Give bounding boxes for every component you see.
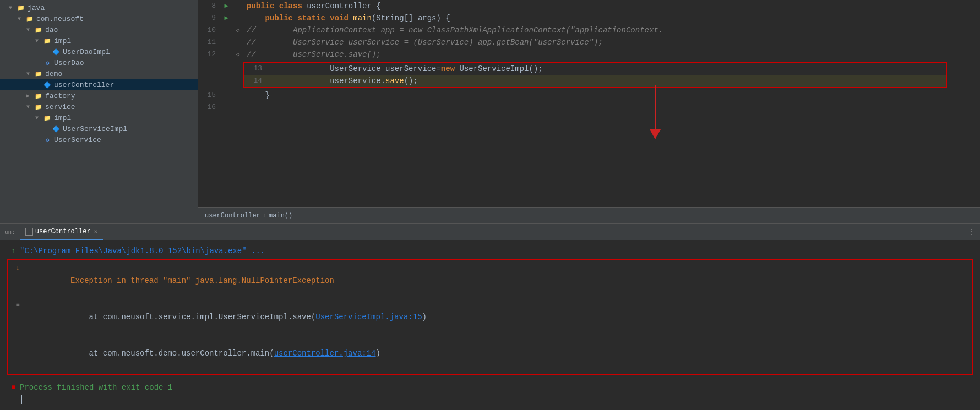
class-icon: 🔷 [43, 80, 52, 89]
red-stop-icon: ■ [7, 381, 20, 393]
code-content: // ApplicationContext app = new ClassPat… [243, 24, 980, 36]
folder-icon: 📁 [43, 113, 52, 122]
arrow-icon [26, 104, 34, 110]
sidebar-item-factory[interactable]: 📁 factory [0, 90, 198, 101]
code-content [243, 101, 980, 113]
highlight-box: 13 UserService userService=new UserServi… [243, 62, 947, 88]
run-area [220, 48, 232, 61]
code-content: public static void main(String[] args) { [243, 12, 980, 24]
error-box: ↓ Exception in thread "main" java.lang.N… [7, 259, 973, 375]
line-number: 8 [198, 0, 220, 12]
line-number: 11 [198, 36, 220, 48]
breakpoint-area: ◇ [232, 24, 243, 36]
code-line-13: 13 UserService userService=new UserServi… [244, 63, 946, 75]
sidebar-item-dao-impl[interactable]: 📁 impl [0, 35, 198, 46]
console-line-exception: ↓ Exception in thread "main" java.lang.N… [11, 263, 969, 299]
bottom-tabs: un: userController ✕ ⋮ [0, 224, 980, 240]
tab-usercontroller[interactable]: userController ✕ [20, 224, 103, 240]
sidebar-item-label: com.neusoft [36, 15, 84, 23]
code-content: // UserService userService = (UserServic… [243, 36, 980, 48]
up-arrow-icon: ↑ [7, 245, 20, 257]
editor-area: 8 ▶ public class userController { 9 ▶ pu… [198, 0, 980, 207]
arrow-icon [9, 5, 17, 11]
console-line-path: ↑ "C:\Program Files\Java\jdk1.8.0_152\bi… [7, 245, 973, 257]
code-line-12: 12 ◇ // userService.save(); [198, 48, 980, 61]
tab-icon [25, 228, 33, 236]
code-content: // userService.save(); [243, 48, 980, 61]
code-line-15: 15 } [198, 89, 980, 101]
link-usercontroller[interactable]: userController.java:14 [274, 349, 376, 358]
sidebar-item-usercontroller[interactable]: 🔷 userController [0, 79, 198, 90]
interface-icon: ⚙ [43, 58, 52, 67]
breakpoint-area [232, 0, 243, 12]
tab-label-text: userController [35, 228, 91, 236]
breadcrumb-sep: › [263, 212, 266, 220]
code-line-16: 16 [198, 101, 980, 113]
sidebar-item-userdao[interactable]: ⚙ UserDao [0, 57, 198, 68]
run-area [220, 89, 232, 101]
tab-close-button[interactable]: ✕ [94, 228, 98, 235]
console-cursor-line [7, 393, 973, 406]
folder-icon: 📁 [34, 69, 43, 78]
console-path-text: "C:\Program Files\Java\jdk1.8.0_152\bin\… [20, 245, 973, 257]
console-stacktrace2-text: at com.neusoft.demo.userController.main(… [24, 335, 969, 371]
sidebar-item-demo[interactable]: 📁 demo [0, 68, 198, 79]
folder-icon: 📁 [34, 25, 43, 34]
folder-icon: 📁 [17, 3, 25, 12]
run-button-8[interactable]: ▶ [220, 0, 232, 12]
sidebar-item-label: service [45, 103, 75, 111]
cursor [21, 395, 22, 404]
run-area [220, 24, 232, 36]
sidebar-item-userservice[interactable]: ⚙ UserService [0, 134, 198, 145]
arrow-icon [26, 27, 34, 33]
console-exception-text: Exception in thread "main" java.lang.Nul… [24, 263, 969, 299]
arrow-icon [18, 16, 25, 22]
folder-icon: 📁 [25, 14, 34, 23]
line-number: 16 [198, 101, 220, 113]
line-number: 12 [198, 48, 220, 61]
run-area [220, 101, 232, 113]
sidebar-item-java[interactable]: 📁 java [0, 2, 198, 13]
sidebar-item-label: impl [54, 114, 71, 122]
bottom-panel: un: userController ✕ ⋮ ↑ "C:\Program Fil… [0, 223, 980, 410]
sidebar-item-userdaoimpl[interactable]: 🔷 UserDaoImpl [0, 46, 198, 57]
arrow-icon [35, 38, 43, 44]
down-arrow-icon: ↓ [11, 263, 24, 275]
code-line-14: 14 userService.save(); [244, 75, 946, 87]
code-line-11: 11 // UserService userService = (UserSer… [198, 36, 980, 48]
line-number: 14 [244, 75, 266, 87]
console-line-process: ■ Process finished with exit code 1 [7, 381, 973, 393]
sidebar-item-dao[interactable]: 📁 dao [0, 24, 198, 35]
code-content: UserService userService=new UserServiceI… [290, 63, 946, 75]
sidebar-item-label: factory [45, 92, 75, 100]
breadcrumb-method: main() [269, 212, 292, 220]
tab-icons: ⋮ [968, 227, 976, 237]
sidebar-item-service[interactable]: 📁 service [0, 101, 198, 112]
console-area: ↑ "C:\Program Files\Java\jdk1.8.0_152\bi… [0, 240, 980, 410]
breakpoint-area: ◇ [232, 48, 243, 61]
run-label: un: [4, 229, 15, 236]
run-button-9[interactable]: ▶ [220, 12, 232, 24]
sidebar-item-label: impl [54, 37, 71, 45]
sidebar-item-label: dao [45, 26, 58, 34]
link-userserviceimpl[interactable]: UserServiceImpl.java:15 [315, 313, 422, 321]
arrow-icon [26, 92, 34, 99]
sidebar-item-label: UserDaoImpl [63, 48, 110, 56]
breakpoint-area [232, 12, 243, 24]
breadcrumb-bar: userController › main() [198, 207, 980, 223]
line-number: 9 [198, 12, 220, 24]
sidebar-item-service-impl[interactable]: 📁 impl [0, 112, 198, 123]
breakpoint-area [232, 101, 243, 113]
code-view: 8 ▶ public class userController { 9 ▶ pu… [198, 0, 980, 207]
code-content: userService.save(); [290, 75, 946, 87]
run-area [220, 36, 232, 48]
main-area: 📁 java 📁 com.neusoft 📁 dao 📁 impl [0, 0, 980, 223]
sidebar-item-label: UserDao [54, 59, 84, 67]
breakpoint-area [279, 75, 290, 87]
sidebar-item-userserviceimpl[interactable]: 🔷 UserServiceImpl [0, 123, 198, 134]
code-content: } [243, 89, 980, 101]
more-icon[interactable]: ⋮ [968, 227, 976, 237]
breadcrumb-class: userController [205, 212, 260, 220]
sidebar-item-com-neusoft[interactable]: 📁 com.neusoft [0, 13, 198, 24]
folder-icon: 📁 [34, 91, 43, 100]
